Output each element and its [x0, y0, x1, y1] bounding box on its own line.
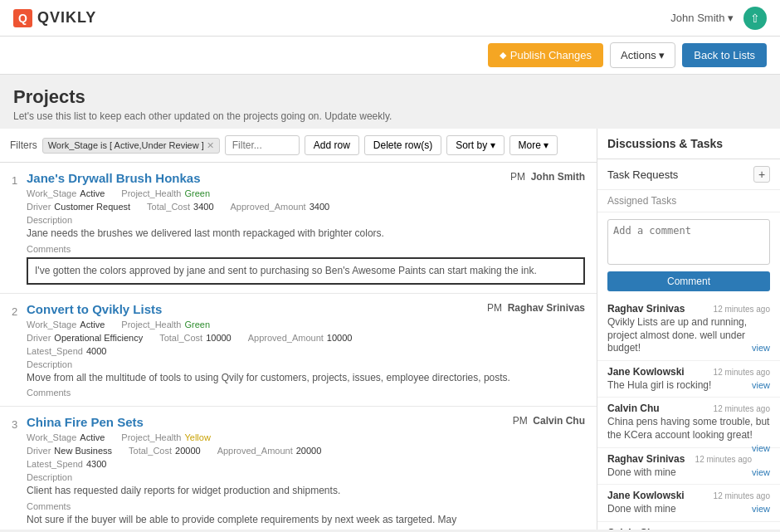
discussion-text: China pens having some trouble, but the … [607, 416, 770, 442]
project-header-row: PM John Smith Jane's Drywall Brush Honka… [27, 171, 585, 185]
total-cost-field: Total_Cost 3400 [147, 202, 213, 212]
description-text: Client has requested daily reports for w… [27, 484, 585, 498]
discussion-item: Calvin Chu 12 minutes ago China pens hav… [597, 398, 780, 447]
filter-tag: Work_Stage is [ Active,Under Review ] ✕ [42, 138, 220, 154]
header: Q QVIKLY John Smith ⇧ [0, 0, 780, 37]
add-task-button[interactable]: + [753, 166, 770, 183]
discussion-view-link[interactable]: view [752, 503, 770, 515]
project-item: 2 PM Raghav Srinivas Convert to Qvikly L… [0, 294, 597, 408]
publish-button[interactable]: Publish Changes [488, 43, 603, 67]
project-fields-2: Driver Operational Efficiency Total_Cost… [27, 333, 585, 343]
add-row-button[interactable]: Add row [305, 135, 359, 155]
project-title[interactable]: China Fire Pen Sets [27, 415, 144, 429]
discussion-author: Jane Kowlowski [607, 490, 685, 501]
logo-icon: Q [13, 9, 32, 27]
page-title: Projects [13, 86, 767, 108]
work-stage-field: Work_Stage Active [27, 320, 105, 329]
discussion-view-link[interactable]: view [752, 379, 770, 391]
total-cost-field: Total_Cost 10000 [159, 333, 232, 343]
discussion-meta: Calvin Chu 12 minutes ago [607, 527, 770, 530]
comment-button[interactable]: Comment [607, 271, 770, 291]
filter-tag-remove[interactable]: ✕ [207, 140, 214, 151]
project-list: 1 PM John Smith Jane's Drywall Brush Hon… [0, 163, 597, 530]
project-pm: PM Calvin Chu [513, 415, 585, 427]
discussion-view-link[interactable]: view [752, 466, 770, 478]
project-header-row: PM Calvin Chu China Fire Pen Sets [27, 415, 585, 429]
discussion-item: Jane Kowlowski 12 minutes ago Done with … [597, 485, 780, 522]
project-fields: Work_Stage Active Project_Health Green [27, 320, 585, 329]
header-right: John Smith ⇧ [670, 7, 767, 30]
assigned-tasks-label: Assigned Tasks [597, 190, 780, 212]
task-requests-section: Task Requests + [597, 159, 780, 190]
project-content: PM Calvin Chu China Fire Pen Sets Work_S… [27, 415, 585, 527]
back-to-lists-button[interactable]: Back to Lists [682, 43, 767, 67]
project-number: 3 [12, 418, 17, 431]
right-panel: Discussions & Tasks Task Requests + Assi… [597, 129, 780, 530]
filter-tag-text: Work_Stage is [ Active,Under Review ] [48, 140, 204, 150]
latest-spend-field: Latest_Spend 4300 [27, 459, 106, 469]
project-fields: Work_Stage Active Project_Health Yellow [27, 432, 585, 442]
project-fields-3: Latest_Spend 4300 [27, 459, 585, 469]
discussions-list: Raghav Srinivas 12 minutes ago Qvikly Li… [597, 298, 780, 530]
project-item: 1 PM John Smith Jane's Drywall Brush Hon… [0, 163, 597, 294]
description-label: Description [27, 472, 585, 482]
discussion-author: Jane Kowlowski [607, 366, 685, 378]
discussion-time: 12 minutes ago [714, 368, 770, 377]
comments-label: Comments [27, 244, 585, 254]
discussion-time: 12 minutes ago [695, 455, 752, 464]
project-fields: Work_Stage Active Project_Health Green [27, 188, 585, 198]
discussion-item: Calvin Chu 12 minutes ago Done with mine… [597, 522, 780, 530]
project-title[interactable]: Jane's Drywall Brush Honkas [27, 171, 200, 185]
projects-panel: Filters Work_Stage is [ Active,Under Rev… [0, 129, 597, 530]
work-stage-field: Work_Stage Active [27, 432, 105, 442]
comments-label: Comments [27, 501, 585, 511]
page-header: Projects Let's use this list to keep eac… [0, 75, 780, 129]
discussion-meta: Raghav Srinivas 12 minutes ago [607, 453, 752, 465]
sort-by-button[interactable]: Sort by [446, 135, 504, 155]
discussion-author: Raghav Srinivas [607, 303, 685, 315]
discussion-text: The Hula girl is rocking! view [607, 379, 770, 393]
discussion-meta: Jane Kowlowski 12 minutes ago [607, 366, 770, 378]
project-fields-2: Driver Customer Request Total_Cost 3400 … [27, 202, 585, 212]
discussion-author: Calvin Chu [607, 527, 660, 530]
project-header-row: PM Raghav Srinivas Convert to Qvikly Lis… [27, 302, 585, 316]
driver-field: Driver Operational Efficiency [27, 333, 143, 343]
driver-field: Driver New Business [27, 446, 112, 456]
more-button[interactable]: More [509, 135, 558, 155]
discussion-time: 12 minutes ago [714, 404, 770, 413]
filter-bar: Filters Work_Stage is [ Active,Under Rev… [0, 129, 597, 163]
pm-name: John Smith [531, 171, 585, 183]
main-layout: Filters Work_Stage is [ Active,Under Rev… [0, 129, 780, 530]
project-fields-2: Driver New Business Total_Cost 20000 App… [27, 446, 585, 456]
work-stage-field: Work_Stage Active [27, 188, 105, 198]
project-content: PM John Smith Jane's Drywall Brush Honka… [27, 171, 585, 285]
actions-button[interactable]: Actions [610, 42, 675, 68]
discussion-view-link[interactable]: view [752, 342, 770, 354]
comments-text: Not sure if the buyer will be able to pr… [27, 513, 585, 527]
right-panel-title: Discussions & Tasks [597, 129, 780, 159]
delete-rows-button[interactable]: Delete row(s) [364, 135, 441, 155]
discussion-meta: Jane Kowlowski 12 minutes ago [607, 490, 770, 501]
project-fields-3: Latest_Spend 4000 [27, 346, 585, 356]
approved-amount-field: Approved_Amount 10000 [248, 333, 353, 343]
filter-input[interactable] [225, 135, 300, 155]
description-label: Description [27, 359, 585, 369]
project-pm: PM John Smith [510, 171, 585, 183]
task-requests-label: Task Requests [607, 168, 678, 181]
user-menu[interactable]: John Smith [670, 12, 734, 24]
upload-icon[interactable]: ⇧ [743, 7, 767, 30]
health-field: Project_Health Yellow [121, 432, 211, 442]
comment-textarea[interactable] [607, 219, 770, 265]
project-content: PM Raghav Srinivas Convert to Qvikly Lis… [27, 302, 585, 398]
project-title[interactable]: Convert to Qvikly Lists [27, 302, 162, 316]
approved-amount-field: Approved_Amount 3400 [231, 202, 330, 212]
discussion-text: Done with mine view [607, 503, 770, 516]
total-cost-field: Total_Cost 20000 [129, 446, 201, 456]
discussion-text: Qvikly Lists are up and running, project… [607, 316, 770, 355]
project-number: 1 [12, 174, 17, 187]
discussion-meta: Calvin Chu 12 minutes ago [607, 403, 770, 414]
discussion-time: 12 minutes ago [714, 529, 770, 530]
discussion-meta: Raghav Srinivas 12 minutes ago [607, 303, 770, 315]
discussion-author: Raghav Srinivas [607, 453, 685, 465]
discussion-view-link[interactable]: view [752, 442, 770, 454]
